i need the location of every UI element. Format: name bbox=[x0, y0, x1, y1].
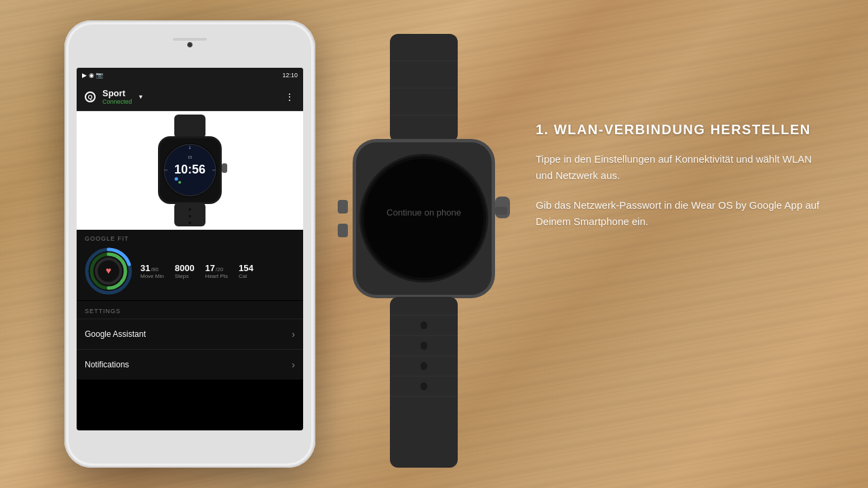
app-title-group: Sport Connected bbox=[102, 88, 132, 105]
svg-point-41 bbox=[420, 362, 427, 370]
status-time: 12:10 bbox=[282, 72, 298, 79]
fit-stats: 31/80 Move Min 8000 Steps 17 bbox=[140, 263, 254, 279]
app-header-left: Q Sport Connected ▾ bbox=[85, 88, 142, 105]
svg-text:15: 15 bbox=[188, 155, 193, 159]
svg-rect-36 bbox=[338, 200, 348, 214]
svg-point-39 bbox=[420, 321, 427, 329]
menu-icon[interactable]: ⋮ bbox=[285, 92, 295, 102]
google-assistant-item[interactable]: Google Assistant › bbox=[77, 319, 303, 349]
phone-camera bbox=[187, 42, 193, 47]
app-subtitle: Connected bbox=[102, 98, 132, 105]
smartwatch-svg: Continue on phone bbox=[332, 34, 515, 468]
svg-point-42 bbox=[420, 382, 427, 390]
svg-point-15 bbox=[189, 222, 191, 224]
notifications-arrow: › bbox=[292, 359, 295, 370]
stat-move-label: Move Min bbox=[140, 273, 164, 279]
phone-container: ▶ ◉ 📷 12:10 Q Sport Connected ▾ ⋮ bbox=[64, 20, 315, 468]
stat-cal-value: 154 bbox=[239, 263, 254, 273]
svg-point-14 bbox=[189, 215, 191, 218]
watch-image-area: 10:56 15 bbox=[77, 111, 303, 230]
status-icons: ▶ ◉ 📷 bbox=[82, 72, 103, 79]
watch-display-svg: 10:56 15 bbox=[146, 115, 234, 226]
app-header: Q Sport Connected ▾ ⋮ bbox=[77, 83, 303, 111]
notifications-text: Notifications bbox=[85, 360, 129, 369]
stat-cal: 154 Cal bbox=[239, 263, 254, 279]
q-icon: Q bbox=[85, 92, 96, 102]
status-bar-right: 12:10 bbox=[282, 72, 298, 79]
app-title: Sport bbox=[102, 88, 132, 98]
svg-point-40 bbox=[420, 342, 427, 350]
stat-steps-label: Steps bbox=[175, 273, 195, 279]
svg-point-16 bbox=[175, 178, 178, 181]
status-bar-left: ▶ ◉ 📷 bbox=[82, 72, 103, 79]
instruction-body: Tippe in den Einstellungen auf Konnektiv… bbox=[536, 151, 827, 230]
notifications-item[interactable]: Notifications › bbox=[77, 349, 303, 380]
stat-heart-label: Heart Pts bbox=[205, 273, 228, 279]
phone-screen: ▶ ◉ 📷 12:10 Q Sport Connected ▾ ⋮ bbox=[77, 68, 303, 430]
phone-body: ▶ ◉ 📷 12:10 Q Sport Connected ▾ ⋮ bbox=[64, 20, 315, 468]
stat-move-min: 31/80 Move Min bbox=[140, 263, 164, 279]
svg-text:Continue on phone: Continue on phone bbox=[387, 207, 461, 218]
instruction-title: 1. WLAN-VERBINDUNG HERSTELLEN bbox=[536, 122, 827, 138]
phone-speaker bbox=[173, 38, 207, 41]
instruction-para-2: Gib das Netzwerk-Passwort in die Wear OS… bbox=[536, 197, 827, 230]
status-bar: ▶ ◉ 📷 12:10 bbox=[77, 68, 303, 83]
google-assistant-arrow: › bbox=[292, 329, 295, 340]
instruction-para-1: Tippe in den Einstellungen auf Konnektiv… bbox=[536, 151, 827, 184]
google-fit-label: GOOGLE FIT bbox=[85, 235, 295, 242]
google-assistant-text: Google Assistant bbox=[85, 329, 146, 339]
settings-label: SETTINGS bbox=[77, 301, 303, 319]
stat-steps: 8000 Steps bbox=[175, 263, 195, 279]
svg-point-13 bbox=[189, 208, 191, 211]
google-fit-section: GOOGLE FIT bbox=[77, 230, 303, 300]
svg-rect-0 bbox=[174, 115, 205, 138]
settings-section: SETTINGS Google Assistant › Notification… bbox=[77, 301, 303, 380]
svg-point-17 bbox=[178, 181, 181, 184]
dropdown-icon[interactable]: ▾ bbox=[139, 93, 142, 100]
svg-point-32 bbox=[364, 159, 484, 278]
stat-heart: 17/20 Heart Pts bbox=[205, 263, 228, 279]
svg-rect-35 bbox=[495, 207, 507, 215]
svg-rect-11 bbox=[222, 163, 227, 173]
text-content: 1. WLAN-VERBINDUNG HERSTELLEN Tippe in d… bbox=[536, 122, 827, 243]
stat-cal-label: Cal bbox=[239, 273, 254, 279]
fit-content: ♥ 31/80 Move Min 8000 bbox=[85, 247, 295, 295]
stat-move-value: 31/80 bbox=[140, 263, 164, 273]
stat-steps-value: 8000 bbox=[175, 263, 195, 273]
svg-text:♥: ♥ bbox=[106, 265, 111, 276]
stat-heart-value: 17/20 bbox=[205, 263, 228, 273]
smartwatch-container: Continue on phone bbox=[332, 34, 515, 454]
svg-text:10:56: 10:56 bbox=[174, 163, 205, 176]
ring-chart: ♥ bbox=[85, 247, 132, 295]
svg-rect-37 bbox=[338, 224, 348, 237]
